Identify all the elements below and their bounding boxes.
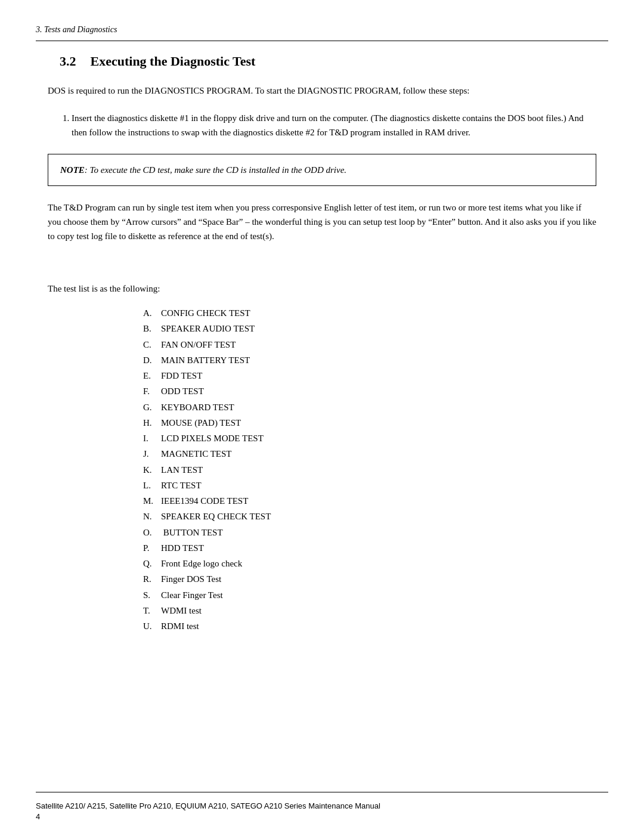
test-item-label: IEEE1394 CODE TEST bbox=[161, 496, 248, 506]
test-item-label: MOUSE (PAD) TEST bbox=[161, 418, 241, 428]
test-item-k: K.LAN TEST bbox=[143, 462, 596, 478]
test-item-label: Finger DOS Test bbox=[161, 574, 221, 584]
test-item-n: N.SPEAKER EQ CHECK TEST bbox=[143, 509, 596, 524]
intro-paragraph: DOS is required to run the DIAGNOSTICS P… bbox=[48, 83, 596, 98]
body-paragraph-1: The T&D Program can run by single test i… bbox=[48, 200, 596, 243]
test-item-p: P.HDD TEST bbox=[143, 540, 596, 556]
test-item-letter: J. bbox=[143, 446, 161, 462]
test-item-label: HDD TEST bbox=[161, 543, 204, 553]
test-item-e: E.FDD TEST bbox=[143, 368, 596, 383]
test-item-d: D.MAIN BATTERY TEST bbox=[143, 352, 596, 368]
test-item-t: T.WDMI test bbox=[143, 603, 596, 618]
footer-manual-title: Satellite A210/ A215, Satellite Pro A210… bbox=[36, 801, 380, 810]
spacer bbox=[48, 255, 596, 270]
test-item-q: Q.Front Edge logo check bbox=[143, 556, 596, 571]
test-item-letter: C. bbox=[143, 337, 161, 352]
steps-list: Insert the diagnostics diskette #1 in th… bbox=[72, 111, 596, 140]
test-list-intro: The test list is as the following: bbox=[48, 281, 596, 296]
test-item-s: S.Clear Finger Test bbox=[143, 587, 596, 603]
test-item-label: MAIN BATTERY TEST bbox=[161, 355, 250, 365]
test-item-letter: B. bbox=[143, 321, 161, 336]
test-item-letter: S. bbox=[143, 587, 161, 603]
test-item-label: RDMI test bbox=[161, 621, 199, 631]
test-item-letter: P. bbox=[143, 540, 161, 556]
test-item-a: A.CONFIG CHECK TEST bbox=[143, 305, 596, 321]
test-item-label: Clear Finger Test bbox=[161, 590, 223, 600]
test-item-letter: Q. bbox=[143, 556, 161, 571]
test-item-label: WDMI test bbox=[161, 606, 202, 615]
test-item-l: L.RTC TEST bbox=[143, 478, 596, 493]
test-item-label: KEYBOARD TEST bbox=[161, 402, 234, 412]
test-item-label: Front Edge logo check bbox=[161, 559, 242, 568]
test-item-label: LCD PIXELS MODE TEST bbox=[161, 433, 264, 443]
test-item-label: FAN ON/OFF TEST bbox=[161, 340, 236, 349]
test-item-letter: M. bbox=[143, 493, 161, 509]
header-text: 3. Tests and Diagnostics bbox=[36, 25, 117, 35]
test-item-label: BUTTON TEST bbox=[161, 528, 223, 537]
test-list: A.CONFIG CHECK TESTB.SPEAKER AUDIO TESTC… bbox=[143, 305, 596, 634]
test-item-u: U.RDMI test bbox=[143, 618, 596, 634]
header-rule bbox=[36, 41, 608, 41]
test-item-label: MAGNETIC TEST bbox=[161, 449, 231, 459]
test-item-o: O. BUTTON TEST bbox=[143, 525, 596, 540]
test-item-letter: I. bbox=[143, 431, 161, 446]
test-item-h: H.MOUSE (PAD) TEST bbox=[143, 415, 596, 431]
note-text: : To execute the CD test, make sure the … bbox=[85, 165, 346, 175]
test-item-label: SPEAKER EQ CHECK TEST bbox=[161, 512, 271, 521]
test-item-label: FDD TEST bbox=[161, 371, 202, 380]
test-item-label: ODD TEST bbox=[161, 386, 204, 396]
test-item-label: SPEAKER AUDIO TEST bbox=[161, 324, 255, 333]
test-item-c: C.FAN ON/OFF TEST bbox=[143, 337, 596, 352]
main-content: 3.2Executing the Diagnostic Test DOS is … bbox=[0, 0, 644, 693]
footer-page-number: 4 bbox=[36, 812, 40, 821]
test-item-letter: G. bbox=[143, 400, 161, 415]
footer-rule bbox=[36, 792, 608, 792]
test-item-letter: F. bbox=[143, 383, 161, 399]
test-item-r: R.Finger DOS Test bbox=[143, 571, 596, 587]
test-item-letter: H. bbox=[143, 415, 161, 431]
test-item-label: CONFIG CHECK TEST bbox=[161, 308, 250, 318]
test-item-b: B.SPEAKER AUDIO TEST bbox=[143, 321, 596, 336]
section-heading: 3.2Executing the Diagnostic Test bbox=[60, 54, 596, 69]
test-item-label: LAN TEST bbox=[161, 465, 203, 475]
test-item-letter: A. bbox=[143, 305, 161, 321]
test-item-letter: R. bbox=[143, 571, 161, 587]
test-item-letter: E. bbox=[143, 368, 161, 383]
test-item-letter: N. bbox=[143, 509, 161, 524]
test-item-letter: D. bbox=[143, 352, 161, 368]
test-item-letter: T. bbox=[143, 603, 161, 618]
test-item-g: G.KEYBOARD TEST bbox=[143, 400, 596, 415]
test-item-letter: O. bbox=[143, 525, 161, 540]
test-item-f: F.ODD TEST bbox=[143, 383, 596, 399]
test-item-m: M.IEEE1394 CODE TEST bbox=[143, 493, 596, 509]
test-item-letter: L. bbox=[143, 478, 161, 493]
test-item-letter: K. bbox=[143, 462, 161, 478]
section-number: 3.2 bbox=[60, 54, 76, 69]
note-label: NOTE bbox=[60, 165, 85, 175]
page-container: 3. Tests and Diagnostics 3.2Executing th… bbox=[0, 0, 644, 833]
test-item-i: I.LCD PIXELS MODE TEST bbox=[143, 431, 596, 446]
note-box: NOTE: To execute the CD test, make sure … bbox=[48, 154, 596, 186]
step-1: Insert the diagnostics diskette #1 in th… bbox=[72, 111, 596, 140]
test-item-j: J.MAGNETIC TEST bbox=[143, 446, 596, 462]
test-item-letter: U. bbox=[143, 618, 161, 634]
test-item-label: RTC TEST bbox=[161, 481, 202, 490]
section-title: Executing the Diagnostic Test bbox=[91, 54, 256, 69]
